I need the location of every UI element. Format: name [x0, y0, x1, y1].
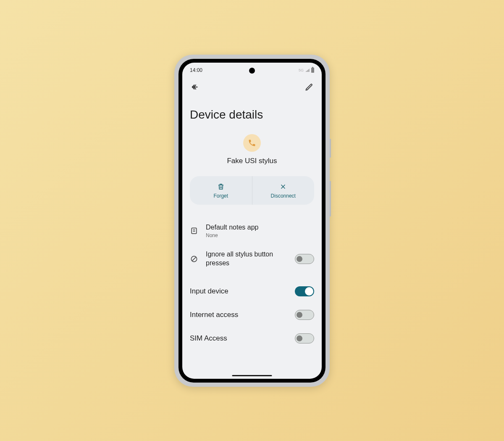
internet-label: Internet access: [190, 310, 287, 320]
device-name: Fake USI stylus: [190, 157, 314, 165]
screen: 14:00 5G Device details: [182, 63, 322, 379]
trash-icon: [217, 183, 225, 190]
input-device-toggle[interactable]: [295, 286, 314, 296]
camera-punch-hole: [249, 68, 255, 74]
pencil-icon: [305, 83, 313, 91]
sim-row: SIM Access: [190, 327, 314, 350]
ignore-text: Ignore all stylus button presses: [206, 250, 287, 268]
sim-toggle[interactable]: [295, 333, 314, 343]
notes-value: None: [206, 232, 314, 238]
content-area: Device details Fake USI stylus Forget Di…: [182, 108, 322, 350]
sim-label: SIM Access: [190, 334, 287, 343]
close-icon: [279, 183, 287, 190]
gesture-nav-bar[interactable]: [232, 375, 272, 376]
volume-button: [330, 139, 331, 158]
page-title: Device details: [190, 108, 314, 121]
default-notes-row[interactable]: Default notes app None: [190, 217, 314, 245]
action-row: Forget Disconnect: [190, 176, 314, 205]
notes-text: Default notes app None: [206, 223, 314, 239]
profiles-section: Input device Internet access SIM Access: [190, 280, 314, 350]
ignore-presses-toggle[interactable]: [295, 254, 314, 264]
battery-icon: [311, 68, 314, 73]
phone-body: 14:00 5G Device details: [178, 59, 326, 383]
status-time: 14:00: [190, 67, 202, 73]
app-bar: [182, 78, 322, 96]
signal-icon: [305, 69, 310, 72]
forget-button[interactable]: Forget: [190, 176, 252, 205]
phone-icon: [248, 139, 256, 147]
device-avatar: [243, 134, 261, 152]
input-device-row: Input device: [190, 280, 314, 303]
input-device-label: Input device: [190, 287, 287, 296]
arrow-left-icon: [190, 82, 200, 92]
device-header: Fake USI stylus: [190, 134, 314, 165]
status-icons: 5G: [299, 68, 314, 73]
network-label: 5G: [299, 68, 304, 72]
disconnect-button[interactable]: Disconnect: [252, 176, 315, 205]
notes-icon: [190, 227, 198, 235]
power-button: [330, 181, 331, 217]
back-button[interactable]: [190, 82, 200, 92]
phone-frame: 14:00 5G Device details: [174, 55, 330, 387]
internet-row: Internet access: [190, 303, 314, 327]
disconnect-label: Disconnect: [271, 193, 296, 199]
ignore-title: Ignore all stylus button presses: [206, 250, 287, 268]
forget-label: Forget: [213, 193, 228, 199]
edit-button[interactable]: [304, 82, 314, 92]
internet-toggle[interactable]: [295, 310, 314, 320]
ignore-presses-row: Ignore all stylus button presses: [190, 244, 314, 274]
notes-title: Default notes app: [206, 223, 314, 232]
block-icon: [190, 255, 198, 263]
